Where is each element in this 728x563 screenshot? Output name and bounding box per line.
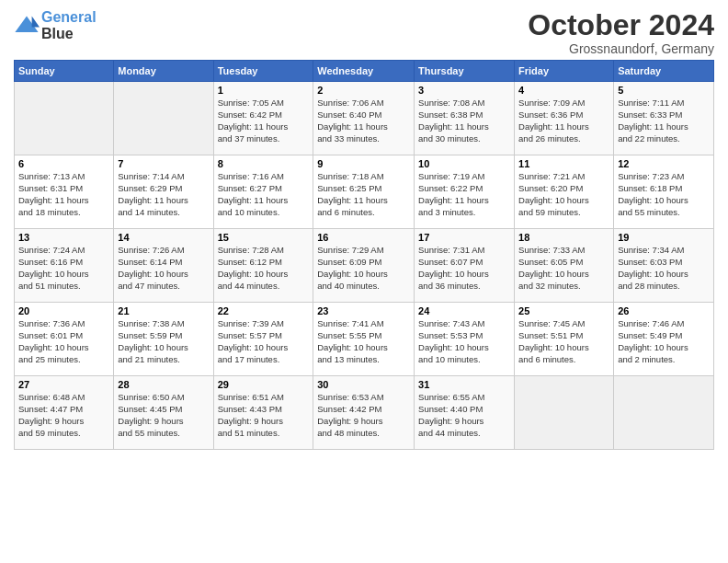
calendar-cell: 16Sunrise: 7:29 AM Sunset: 6:09 PM Dayli…	[313, 229, 415, 303]
weekday-header-saturday: Saturday	[614, 61, 714, 82]
day-number: 19	[618, 232, 710, 243]
calendar-cell: 20Sunrise: 7:36 AM Sunset: 6:01 PM Dayli…	[15, 303, 114, 376]
calendar-cell	[614, 376, 714, 450]
calendar-cell: 3Sunrise: 7:08 AM Sunset: 6:38 PM Daylig…	[415, 82, 515, 155]
calendar-cell: 18Sunrise: 7:33 AM Sunset: 6:05 PM Dayli…	[515, 229, 614, 303]
day-number: 8	[218, 158, 310, 169]
weekday-header-wednesday: Wednesday	[313, 61, 415, 82]
calendar-cell: 29Sunrise: 6:51 AM Sunset: 4:43 PM Dayli…	[213, 376, 313, 450]
calendar-cell: 9Sunrise: 7:18 AM Sunset: 6:25 PM Daylig…	[313, 155, 415, 229]
calendar-cell: 27Sunrise: 6:48 AM Sunset: 4:47 PM Dayli…	[15, 376, 114, 450]
calendar-cell: 1Sunrise: 7:05 AM Sunset: 6:42 PM Daylig…	[213, 82, 313, 155]
day-info: Sunrise: 7:39 AM Sunset: 5:57 PM Dayligh…	[218, 318, 310, 365]
calendar-cell: 2Sunrise: 7:06 AM Sunset: 6:40 PM Daylig…	[313, 82, 415, 155]
day-number: 11	[518, 158, 609, 169]
day-info: Sunrise: 7:45 AM Sunset: 5:51 PM Dayligh…	[518, 318, 609, 365]
day-info: Sunrise: 7:19 AM Sunset: 6:22 PM Dayligh…	[418, 171, 510, 218]
day-number: 16	[317, 232, 410, 243]
day-info: Sunrise: 7:06 AM Sunset: 6:40 PM Dayligh…	[317, 98, 410, 144]
logo-icon	[14, 13, 40, 39]
calendar-cell: 26Sunrise: 7:46 AM Sunset: 5:49 PM Dayli…	[614, 303, 714, 376]
calendar-cell: 7Sunrise: 7:14 AM Sunset: 6:29 PM Daylig…	[114, 155, 213, 229]
day-number: 26	[618, 305, 710, 316]
day-number: 31	[418, 379, 510, 390]
day-number: 20	[18, 305, 109, 316]
day-number: 13	[18, 232, 109, 243]
day-number: 3	[418, 85, 510, 96]
day-info: Sunrise: 7:41 AM Sunset: 5:55 PM Dayligh…	[317, 318, 410, 365]
day-info: Sunrise: 7:36 AM Sunset: 6:01 PM Dayligh…	[18, 318, 109, 365]
day-info: Sunrise: 7:34 AM Sunset: 6:03 PM Dayligh…	[618, 245, 710, 292]
day-number: 6	[18, 158, 109, 169]
day-number: 5	[618, 85, 710, 96]
calendar-week-4: 20Sunrise: 7:36 AM Sunset: 6:01 PM Dayli…	[15, 303, 714, 376]
day-number: 23	[317, 305, 410, 316]
day-info: Sunrise: 7:05 AM Sunset: 6:42 PM Dayligh…	[218, 98, 310, 144]
day-info: Sunrise: 7:29 AM Sunset: 6:09 PM Dayligh…	[317, 245, 410, 292]
title-section: October 2024 Grossnaundorf, Germany	[528, 9, 714, 56]
calendar-cell: 24Sunrise: 7:43 AM Sunset: 5:53 PM Dayli…	[415, 303, 515, 376]
day-info: Sunrise: 7:46 AM Sunset: 5:49 PM Dayligh…	[618, 318, 710, 365]
day-info: Sunrise: 7:09 AM Sunset: 6:36 PM Dayligh…	[518, 98, 609, 144]
day-number: 22	[218, 305, 310, 316]
calendar-cell: 8Sunrise: 7:16 AM Sunset: 6:27 PM Daylig…	[213, 155, 313, 229]
day-info: Sunrise: 7:21 AM Sunset: 6:20 PM Dayligh…	[518, 171, 609, 218]
day-info: Sunrise: 7:23 AM Sunset: 6:18 PM Dayligh…	[618, 171, 710, 218]
calendar-cell: 13Sunrise: 7:24 AM Sunset: 6:16 PM Dayli…	[15, 229, 114, 303]
day-info: Sunrise: 7:18 AM Sunset: 6:25 PM Dayligh…	[317, 171, 410, 218]
location-subtitle: Grossnaundorf, Germany	[528, 41, 714, 56]
weekday-header-tuesday: Tuesday	[213, 61, 313, 82]
calendar-week-3: 13Sunrise: 7:24 AM Sunset: 6:16 PM Dayli…	[15, 229, 714, 303]
calendar-cell: 12Sunrise: 7:23 AM Sunset: 6:18 PM Dayli…	[614, 155, 714, 229]
day-number: 1	[218, 85, 310, 96]
day-info: Sunrise: 6:50 AM Sunset: 4:45 PM Dayligh…	[118, 392, 209, 439]
calendar-cell: 30Sunrise: 6:53 AM Sunset: 4:42 PM Dayli…	[313, 376, 415, 450]
calendar-table: SundayMondayTuesdayWednesdayThursdayFrid…	[14, 60, 714, 450]
calendar-cell: 23Sunrise: 7:41 AM Sunset: 5:55 PM Dayli…	[313, 303, 415, 376]
day-number: 30	[317, 379, 410, 390]
day-number: 10	[418, 158, 510, 169]
day-number: 21	[118, 305, 209, 316]
day-info: Sunrise: 7:16 AM Sunset: 6:27 PM Dayligh…	[218, 171, 310, 218]
calendar-week-2: 6Sunrise: 7:13 AM Sunset: 6:31 PM Daylig…	[15, 155, 714, 229]
logo-text: General Blue	[41, 9, 97, 41]
day-info: Sunrise: 7:33 AM Sunset: 6:05 PM Dayligh…	[518, 245, 609, 292]
day-info: Sunrise: 6:53 AM Sunset: 4:42 PM Dayligh…	[317, 392, 410, 439]
weekday-header-friday: Friday	[515, 61, 614, 82]
day-info: Sunrise: 7:08 AM Sunset: 6:38 PM Dayligh…	[418, 98, 510, 144]
day-number: 24	[418, 305, 510, 316]
day-number: 18	[518, 232, 609, 243]
day-number: 15	[218, 232, 310, 243]
day-number: 29	[218, 379, 310, 390]
day-info: Sunrise: 6:48 AM Sunset: 4:47 PM Dayligh…	[18, 392, 109, 439]
calendar-week-5: 27Sunrise: 6:48 AM Sunset: 4:47 PM Dayli…	[15, 376, 714, 450]
day-info: Sunrise: 7:31 AM Sunset: 6:07 PM Dayligh…	[418, 245, 510, 292]
day-number: 12	[618, 158, 710, 169]
calendar-cell: 28Sunrise: 6:50 AM Sunset: 4:45 PM Dayli…	[114, 376, 213, 450]
day-info: Sunrise: 7:11 AM Sunset: 6:33 PM Dayligh…	[618, 98, 710, 144]
day-number: 2	[317, 85, 410, 96]
calendar-cell: 4Sunrise: 7:09 AM Sunset: 6:36 PM Daylig…	[515, 82, 614, 155]
day-number: 17	[418, 232, 510, 243]
calendar-cell: 25Sunrise: 7:45 AM Sunset: 5:51 PM Dayli…	[515, 303, 614, 376]
calendar-cell	[515, 376, 614, 450]
month-title: October 2024	[528, 9, 714, 41]
calendar-cell: 10Sunrise: 7:19 AM Sunset: 6:22 PM Dayli…	[415, 155, 515, 229]
day-number: 7	[118, 158, 209, 169]
calendar-cell: 22Sunrise: 7:39 AM Sunset: 5:57 PM Dayli…	[213, 303, 313, 376]
day-info: Sunrise: 6:51 AM Sunset: 4:43 PM Dayligh…	[218, 392, 310, 439]
day-info: Sunrise: 7:38 AM Sunset: 5:59 PM Dayligh…	[118, 318, 209, 365]
calendar-cell: 19Sunrise: 7:34 AM Sunset: 6:03 PM Dayli…	[614, 229, 714, 303]
weekday-header-row: SundayMondayTuesdayWednesdayThursdayFrid…	[15, 61, 714, 82]
calendar-cell: 6Sunrise: 7:13 AM Sunset: 6:31 PM Daylig…	[15, 155, 114, 229]
day-number: 4	[518, 85, 609, 96]
day-number: 25	[518, 305, 609, 316]
weekday-header-monday: Monday	[114, 61, 213, 82]
calendar-cell: 5Sunrise: 7:11 AM Sunset: 6:33 PM Daylig…	[614, 82, 714, 155]
calendar-week-1: 1Sunrise: 7:05 AM Sunset: 6:42 PM Daylig…	[15, 82, 714, 155]
day-info: Sunrise: 7:24 AM Sunset: 6:16 PM Dayligh…	[18, 245, 109, 292]
day-info: Sunrise: 7:14 AM Sunset: 6:29 PM Dayligh…	[118, 171, 209, 218]
calendar-cell: 31Sunrise: 6:55 AM Sunset: 4:40 PM Dayli…	[415, 376, 515, 450]
weekday-header-sunday: Sunday	[15, 61, 114, 82]
day-info: Sunrise: 7:43 AM Sunset: 5:53 PM Dayligh…	[418, 318, 510, 365]
